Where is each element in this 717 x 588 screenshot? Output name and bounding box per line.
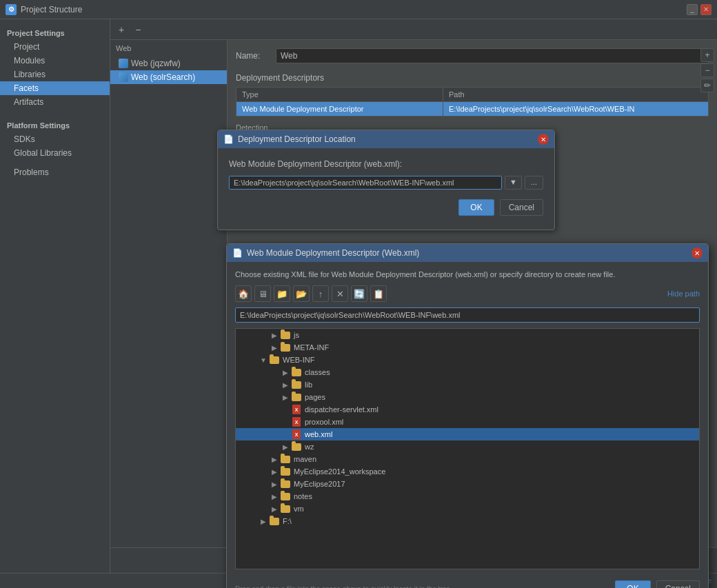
main-layout: Project Settings Project Modules Librari… bbox=[0, 19, 717, 588]
open-folder-button[interactable]: 📂 bbox=[293, 285, 310, 302]
modal-dd-path-input[interactable] bbox=[229, 176, 502, 190]
modal-dd-path-row: ▼ ... bbox=[229, 176, 543, 190]
arrow-vm: ▶ bbox=[269, 505, 280, 513]
th-path: Path bbox=[443, 88, 708, 101]
tree-label-maven: maven bbox=[294, 455, 316, 463]
arrow-pages: ▶ bbox=[280, 394, 291, 401]
sidebar-item-artifacts[interactable]: Artifacts bbox=[0, 95, 110, 109]
file-tree[interactable]: ▶ js ▶ META-INF ▼ WEB-INF bbox=[235, 328, 700, 569]
modal-dd-browse-button[interactable]: ... bbox=[525, 176, 543, 190]
name-label: Name: bbox=[236, 51, 270, 61]
file-chooser-toolbar: 🏠 🖥 📁 📂 ↑ ✕ 🔄 📋 Hide path bbox=[235, 285, 700, 302]
sidebar: Project Settings Project Modules Librari… bbox=[0, 19, 110, 588]
folder-icon-classes bbox=[291, 367, 302, 377]
xml-icon-webxml: X bbox=[291, 429, 302, 439]
file-chooser-ok-button[interactable]: OK bbox=[615, 580, 650, 588]
edit-button[interactable]: ✏ bbox=[700, 79, 714, 92]
modal-dd-close-button[interactable]: ✕ bbox=[538, 134, 549, 145]
tree-item-vm[interactable]: ▶ vm bbox=[236, 503, 699, 515]
remove-button[interactable]: − bbox=[700, 63, 714, 77]
module-item-web-solrsearch[interactable]: Web (solrSearch) bbox=[110, 70, 227, 84]
module-item-web-jqzwfw[interactable]: Web (jqzwfw) bbox=[110, 57, 227, 70]
tree-item-dispatcher-servlet[interactable]: X dispatcher-servlet.xml bbox=[236, 403, 699, 416]
tree-item-js[interactable]: ▶ js bbox=[236, 329, 699, 341]
tree-label-vm: vm bbox=[294, 505, 304, 513]
folder-icon-f-drive bbox=[269, 516, 280, 526]
sidebar-item-libraries[interactable]: Libraries bbox=[0, 68, 110, 81]
tree-item-meta-inf[interactable]: ▶ META-INF bbox=[236, 341, 699, 354]
tree-label-lib: lib bbox=[305, 381, 312, 389]
file-chooser-modal: 📄 Web Module Deployment Descriptor (Web.… bbox=[226, 243, 709, 588]
modal-dd-title: 📄 Deployment Descriptor Location bbox=[223, 134, 356, 144]
sidebar-item-sdks[interactable]: SDKs bbox=[0, 132, 110, 146]
folder-icon-myeclipse2017 bbox=[280, 479, 291, 489]
file-path-input[interactable] bbox=[235, 307, 700, 323]
tree-item-proxool[interactable]: X proxool.xml bbox=[236, 416, 699, 428]
sidebar-divider-2 bbox=[0, 160, 110, 165]
sidebar-item-modules[interactable]: Modules bbox=[0, 54, 110, 68]
arrow-wz: ▶ bbox=[280, 443, 291, 451]
tree-label-wz: wz bbox=[305, 443, 314, 451]
tree-item-myeclipse2017[interactable]: ▶ MyEclipse2017 bbox=[236, 478, 699, 490]
hide-path-link[interactable]: Hide path bbox=[667, 290, 700, 298]
th-type: Type bbox=[236, 88, 443, 101]
module-tree: Web Web (jqzwfw) Web (solrSearch) bbox=[110, 40, 228, 588]
name-row: Name: bbox=[236, 48, 709, 63]
arrow-maven: ▶ bbox=[269, 456, 280, 463]
tree-item-pages[interactable]: ▶ pages bbox=[236, 391, 699, 403]
add-module-button[interactable]: + bbox=[116, 23, 127, 37]
tree-item-maven[interactable]: ▶ maven bbox=[236, 453, 699, 465]
modal-dd-dropdown-button[interactable]: ▼ bbox=[505, 176, 522, 190]
tree-item-web-inf[interactable]: ▼ WEB-INF bbox=[236, 354, 699, 366]
xml-icon-dispatcher: X bbox=[291, 405, 302, 414]
tree-label-myeclipse2017: MyEclipse2017 bbox=[294, 480, 345, 488]
add-button[interactable]: + bbox=[700, 48, 714, 62]
module-label-active: Web (solrSearch) bbox=[131, 72, 195, 82]
name-input[interactable] bbox=[276, 48, 709, 63]
up-button[interactable]: ↑ bbox=[312, 285, 329, 302]
folder-icon-js bbox=[280, 330, 291, 340]
table-row[interactable]: Web Module Deployment Descriptor E:\Idea… bbox=[236, 101, 709, 116]
sidebar-item-problems[interactable]: Problems bbox=[0, 165, 110, 179]
tree-item-wz[interactable]: ▶ wz bbox=[236, 440, 699, 453]
module-label: Web (jqzwfw) bbox=[131, 59, 181, 68]
refresh-button[interactable]: 🔄 bbox=[351, 285, 367, 302]
home-button[interactable]: 🏠 bbox=[235, 285, 252, 302]
minimize-button[interactable]: _ bbox=[687, 4, 698, 15]
deployment-descriptor-modal: 📄 Deployment Descriptor Location ✕ Web M… bbox=[217, 130, 555, 230]
tree-item-webxml[interactable]: X web.xml bbox=[236, 428, 699, 440]
module-panel-header: + − bbox=[110, 19, 717, 40]
desktop-button[interactable]: 🖥 bbox=[254, 285, 271, 302]
file-chooser-title-text: Web Module Deployment Descriptor (Web.xm… bbox=[247, 248, 419, 258]
remove-module-button[interactable]: − bbox=[132, 23, 143, 37]
modal-dd-title-bar: 📄 Deployment Descriptor Location ✕ bbox=[218, 130, 554, 148]
tree-item-myeclipse2014[interactable]: ▶ MyEclipse2014_workspace bbox=[236, 465, 699, 478]
tree-item-f-drive[interactable]: ▶ F:\ bbox=[236, 515, 699, 527]
modal-dd-cancel-button[interactable]: Cancel bbox=[500, 199, 543, 216]
copy-button[interactable]: 📋 bbox=[370, 285, 387, 302]
tree-item-classes[interactable]: ▶ classes bbox=[236, 366, 699, 378]
window-title: Project Structure bbox=[21, 5, 687, 14]
folder-icon-meta-inf bbox=[280, 343, 291, 352]
tree-label-dispatcher: dispatcher-servlet.xml bbox=[305, 405, 378, 414]
arrow-lib: ▶ bbox=[280, 381, 291, 389]
sidebar-item-global-libraries[interactable]: Global Libraries bbox=[0, 146, 110, 160]
file-chooser-icon: 📄 bbox=[232, 248, 243, 258]
sidebar-item-facets[interactable]: Facets bbox=[0, 81, 110, 95]
xml-icon-proxool: X bbox=[291, 417, 302, 427]
delete-button[interactable]: ✕ bbox=[332, 285, 348, 302]
tree-item-notes[interactable]: ▶ notes bbox=[236, 490, 699, 503]
file-chooser-footer: Drag and drop a file into the space abov… bbox=[235, 576, 700, 588]
tree-label-pages: pages bbox=[305, 393, 325, 401]
module-icon-active bbox=[119, 72, 128, 82]
arrow-classes: ▶ bbox=[280, 369, 291, 376]
new-folder-button[interactable]: 📁 bbox=[274, 285, 290, 302]
modal-dd-ok-button[interactable]: OK bbox=[458, 199, 494, 216]
file-chooser-close-button[interactable]: ✕ bbox=[691, 247, 703, 258]
file-chooser-cancel-button[interactable]: Cancel bbox=[656, 580, 700, 588]
project-settings-section: Project Settings bbox=[0, 25, 110, 40]
close-button[interactable]: ✕ bbox=[700, 4, 711, 15]
modal-dd-title-text: Deployment Descriptor Location bbox=[238, 134, 356, 144]
sidebar-item-project[interactable]: Project bbox=[0, 40, 110, 54]
tree-item-lib[interactable]: ▶ lib bbox=[236, 378, 699, 391]
